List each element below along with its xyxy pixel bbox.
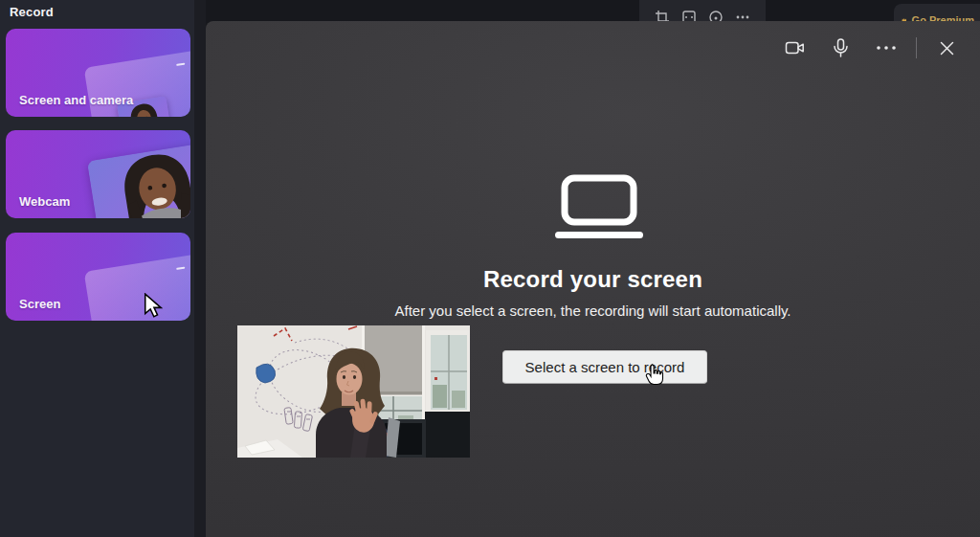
minimize-glyph-icon <box>176 63 185 66</box>
record-screen-panel: Record your screen After you select a sc… <box>206 21 980 537</box>
camera-icon[interactable] <box>778 34 811 62</box>
close-icon[interactable] <box>930 34 963 62</box>
sidebar-item-webcam[interactable]: Webcam <box>6 130 190 218</box>
select-screen-button[interactable]: Select a screen to record <box>502 350 707 384</box>
app-window: Go Premium Record <box>0 0 980 537</box>
laptop-icon <box>553 174 645 241</box>
webcam-preview <box>237 325 470 458</box>
page-title: Record your screen <box>206 266 980 293</box>
webcam-thumbnail <box>87 143 190 218</box>
sidebar-divider <box>194 0 206 537</box>
sidebar-title: Record <box>10 5 54 19</box>
sidebar-item-screen[interactable]: Screen <box>6 233 190 321</box>
sidebar-item-screen-and-camera[interactable]: Screen and camera <box>6 29 190 117</box>
screen-mockup <box>84 252 190 321</box>
card-label: Screen <box>19 297 60 311</box>
card-label: Webcam <box>19 194 70 209</box>
record-sidebar: Record <box>0 0 194 537</box>
minimize-glyph-icon <box>176 267 185 270</box>
panel-header <box>206 21 980 75</box>
microphone-icon[interactable] <box>824 34 857 62</box>
card-label: Screen and camera <box>19 93 133 107</box>
page-subtitle: After you select a screen, the recording… <box>206 302 980 319</box>
header-divider <box>916 37 917 58</box>
more-options-icon[interactable] <box>870 34 902 62</box>
